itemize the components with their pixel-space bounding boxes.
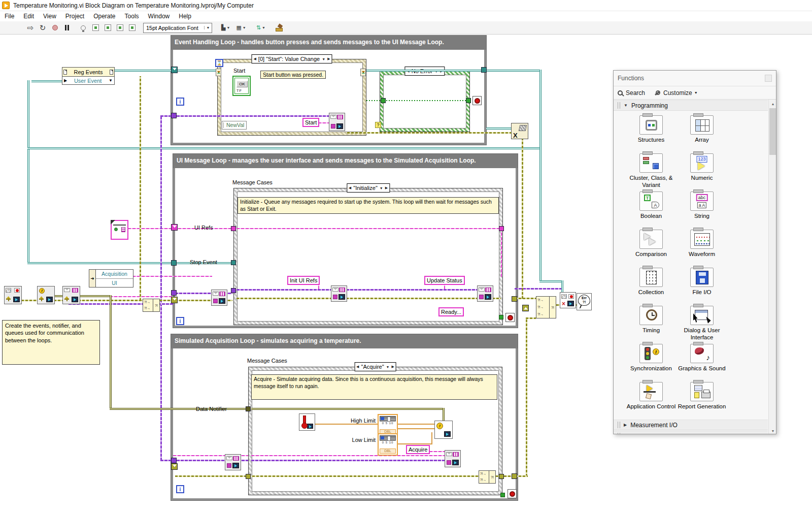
- wire-user-event-refnum[interactable]: [160, 115, 330, 117]
- palette-item-dialog-ui[interactable]: Dialog & User Interface: [675, 306, 728, 341]
- wire-error[interactable]: [515, 298, 538, 299]
- tunnel[interactable]: [231, 226, 236, 231]
- wire-numeric[interactable]: [397, 443, 432, 444]
- cluster-row-ui[interactable]: UI: [96, 279, 133, 288]
- arrow-right-icon[interactable]: ▶: [327, 57, 330, 61]
- wire-event-reg[interactable]: [366, 70, 486, 72]
- start-string-constant[interactable]: Start: [302, 118, 319, 127]
- palette-scrollbar[interactable]: ▲ ▼: [768, 100, 776, 434]
- wire-queue-refnum[interactable]: [251, 460, 446, 461]
- run-continuous-button[interactable]: ↻: [38, 23, 48, 33]
- iteration-terminal[interactable]: i: [176, 485, 184, 493]
- pause-button[interactable]: [62, 23, 72, 33]
- wire-user-event[interactable]: [27, 80, 29, 264]
- register-for-events-node[interactable]: Reg Events ▶ User Event ▼: [62, 67, 115, 85]
- wire-event-reg[interactable]: [539, 280, 563, 282]
- merge-errors-node[interactable]: ?!→?!→ ?!: [479, 470, 496, 484]
- enqueue-message-vi-icon[interactable]: [445, 450, 461, 467]
- wire-cluster[interactable]: [132, 276, 212, 277]
- acq-case-selector[interactable]: ◀ "Acquire" ▼ ▶: [354, 362, 396, 371]
- reorder-dropdown[interactable]: ⇅▼: [254, 23, 267, 33]
- wire-ui-refs[interactable]: [501, 229, 502, 277]
- wire-error[interactable]: [522, 132, 523, 299]
- palette-item-string[interactable]: abca A String: [675, 191, 728, 219]
- tunnel[interactable]: [171, 290, 177, 296]
- ready-string-constant[interactable]: Ready...: [438, 307, 464, 316]
- enqueue-message-vi-icon[interactable]: [477, 285, 493, 302]
- section-measurement-io[interactable]: ▶ Measurement I/O: [614, 420, 768, 430]
- create-notifier-vi-icon[interactable]: [37, 286, 55, 304]
- wire-queue[interactable]: [251, 455, 446, 456]
- wire-numeric[interactable]: [315, 424, 436, 425]
- tunnel[interactable]: [381, 98, 386, 103]
- wire-event-reg[interactable]: [486, 70, 540, 72]
- wire-ui-refs[interactable]: [236, 228, 501, 229]
- tunnel[interactable]: [499, 474, 504, 479]
- menu-window[interactable]: Window: [144, 11, 175, 21]
- chevron-down-icon[interactable]: ▼: [109, 78, 113, 83]
- clean-up-diagram-button[interactable]: [274, 23, 284, 33]
- wire-error-status[interactable]: [384, 100, 471, 101]
- start-button-terminal[interactable]: OK TF: [232, 76, 251, 96]
- tunnel[interactable]: [246, 474, 251, 479]
- timeout-terminal[interactable]: ⌛: [215, 59, 223, 67]
- palette-item-application-control[interactable]: Application Control: [625, 382, 678, 410]
- event-structure-selector[interactable]: ◀ [0] "Start": Value Change ▼ ▶: [251, 54, 332, 63]
- menu-tools[interactable]: Tools: [120, 11, 144, 21]
- palette-item-boolean[interactable]: TA Boolean: [625, 191, 678, 219]
- unregister-events-icon[interactable]: X: [511, 123, 528, 139]
- tunnel[interactable]: [512, 296, 517, 302]
- section-instrument-io[interactable]: ▶ Instrument I/O: [614, 431, 768, 434]
- menu-edit[interactable]: Edit: [19, 11, 39, 21]
- retain-wire-values-button[interactable]: [90, 23, 100, 33]
- wire-error[interactable]: [175, 475, 479, 477]
- wire-notifier[interactable]: [251, 408, 444, 410]
- enqueue-message-vi-icon[interactable]: [331, 285, 347, 302]
- initialize-case-comment[interactable]: Initialize - Queue any messages required…: [238, 197, 499, 214]
- wire-event-reg[interactable]: [561, 280, 563, 293]
- arrow-left-icon[interactable]: ◀: [356, 365, 359, 369]
- tunnel[interactable]: [522, 305, 529, 311]
- menu-help[interactable]: Help: [174, 11, 196, 21]
- tunnel[interactable]: [171, 458, 177, 463]
- dequeue-message-vi-icon[interactable]: [225, 454, 241, 470]
- abort-button[interactable]: [50, 23, 60, 33]
- customize-button[interactable]: Customize: [663, 89, 692, 97]
- wire-error[interactable]: [526, 318, 527, 476]
- step-over-button[interactable]: [115, 23, 125, 33]
- iteration-terminal[interactable]: i: [176, 98, 184, 106]
- dequeue-message-vi-icon[interactable]: [211, 290, 227, 306]
- wire-user-event[interactable]: [27, 147, 540, 149]
- wire-error[interactable]: [556, 304, 560, 306]
- no-error-case-structure[interactable]: ◀ No Error ▼ ▶: [380, 71, 470, 132]
- palette-pin-box[interactable]: [765, 75, 772, 82]
- step-into-button[interactable]: [103, 23, 113, 33]
- newval-event-data-node[interactable]: NewVal: [222, 121, 247, 130]
- wire-string[interactable]: [318, 122, 329, 123]
- palette-item-report-generation[interactable]: Report Generation: [675, 382, 728, 410]
- loop-stop-terminal[interactable]: [507, 489, 517, 498]
- release-references-vi-icon[interactable]: ×: [560, 292, 576, 308]
- tunnel[interactable]: [231, 288, 236, 293]
- wire-ui-refs[interactable]: [128, 228, 232, 229]
- step-out-button[interactable]: [127, 23, 137, 33]
- arrow-right-icon[interactable]: ▶: [385, 186, 388, 190]
- create-user-event-vi-icon[interactable]: [4, 286, 22, 304]
- free-label-comment[interactable]: Create the events, notifier, and queues …: [2, 320, 100, 365]
- wire-notifier[interactable]: [110, 295, 112, 409]
- wire-error[interactable]: [347, 132, 523, 134]
- wire-error-status[interactable]: [366, 100, 380, 101]
- palette-item-cluster[interactable]: Cluster, Class, & Variant: [625, 153, 678, 189]
- wire-queue-refnum[interactable]: [236, 289, 479, 291]
- tunnel[interactable]: [171, 224, 178, 231]
- wire-numeric[interactable]: [431, 432, 432, 444]
- tunnel[interactable]: [231, 260, 236, 265]
- init-ui-refs-string-constant[interactable]: Init UI Refs: [287, 276, 320, 285]
- tunnel[interactable]: [171, 463, 178, 470]
- palette-item-synchronization[interactable]: Synchronization: [625, 344, 678, 372]
- palette-item-graphics-sound[interactable]: ♪ Graphics & Sound: [675, 344, 728, 372]
- reg-events-user-event-row[interactable]: ▶ User Event ▼: [62, 77, 114, 84]
- wire-notifier[interactable]: [110, 408, 249, 410]
- arrow-left-icon[interactable]: ◀: [349, 186, 351, 190]
- scrollbar-thumb[interactable]: [769, 108, 776, 155]
